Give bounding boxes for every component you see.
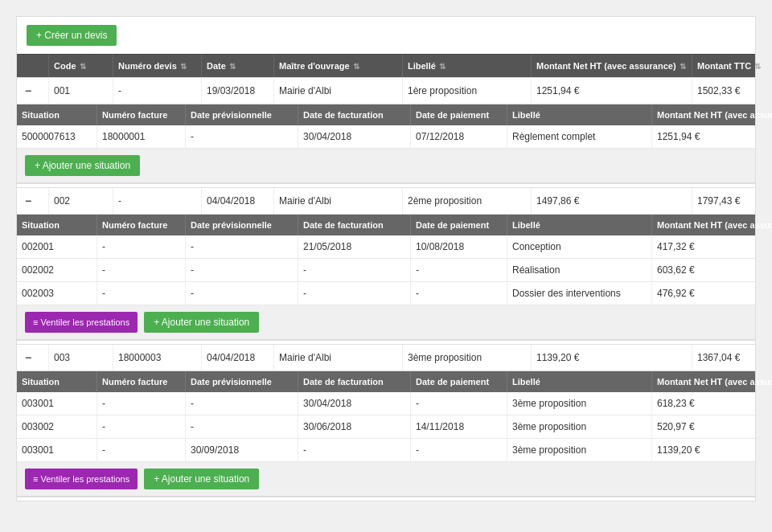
sub-row: 5000007613 18000001 - 30/04/2018 07/12/2… [17, 125, 755, 149]
header-numero-devis-label: Numéro devis [118, 61, 177, 71]
sh-situation: Situation [17, 104, 97, 125]
header-montant-ht-label: Montant Net HT (avec assurance) [536, 61, 676, 71]
table-row: − 003 18000003 04/04/2018 Mairie d'Albi … [17, 344, 755, 371]
table-row: − 002 - 04/04/2018 Mairie d'Albi 2ème pr… [17, 187, 755, 215]
sh-date-paie: Date de paiement [411, 215, 507, 235]
sub-actions-002: ≡ Ventiler les prestations + Ajouter une… [17, 305, 755, 339]
sh-date-paie: Date de paiement [411, 371, 507, 392]
montant-ht-001: 1251,94 € [532, 78, 692, 104]
header-montant-ht[interactable]: Montant Net HT (avec assurance) ⇅ [532, 55, 692, 77]
header-maitre[interactable]: Maître d'ouvrage ⇅ [274, 55, 403, 77]
header-date[interactable]: Date ⇅ [202, 55, 274, 77]
sub-row: 003002 - - 30/06/2018 14/11/2018 3ème pr… [17, 415, 755, 439]
sr-date-fact: 30/04/2018 [298, 125, 411, 148]
maitre-003: Mairie d'Albi [274, 345, 403, 370]
sh-libelle: Libellé [507, 215, 652, 235]
montant-ttc-003: 1367,04 € [692, 345, 772, 370]
sh-date-fact: Date de facturation [298, 371, 411, 392]
table-row: − 001 - 19/03/2018 Mairie d'Albi 1ère pr… [17, 77, 755, 104]
header-code-label: Code [54, 61, 76, 71]
sub-row: 002002 - - - - Réalisation 603,62 € 724,… [17, 259, 755, 282]
date-003: 04/04/2018 [202, 345, 274, 370]
sh-numero-facture: Numéro facture [97, 215, 186, 235]
date-002: 04/04/2018 [202, 188, 274, 214]
sh-situation: Situation [17, 215, 97, 235]
sh-situation: Situation [17, 371, 97, 392]
sh-date-paie: Date de paiement [411, 104, 507, 125]
sub-header-003: Situation Numéro facture Date prévisionn… [17, 371, 755, 392]
sub-table-001: Situation Numéro facture Date prévisionn… [17, 104, 755, 184]
sub-row: 002003 - - - - Dossier des interventions… [17, 282, 755, 305]
numero-002: - [113, 188, 202, 214]
numero-001: - [113, 78, 202, 104]
sub-table-002: Situation Numéro facture Date prévisionn… [17, 215, 755, 341]
sub-header-001: Situation Numéro facture Date prévisionn… [17, 104, 755, 125]
sh-montant-ht: Montant Net HT (avec assurance) [652, 215, 772, 235]
sh-date-prev: Date prévisionnelle [186, 371, 298, 392]
header-toggle [17, 55, 49, 77]
header-montant-ttc[interactable]: Montant TTC ⇅ [692, 55, 772, 77]
sr-numero-facture: 18000001 [97, 125, 186, 148]
toggle-button-002[interactable]: − [22, 194, 35, 207]
section-003: − 003 18000003 04/04/2018 Mairie d'Albi … [17, 344, 755, 497]
sort-icon-montant-ttc[interactable]: ⇅ [754, 62, 761, 71]
sub-table-003: Situation Numéro facture Date prévisionn… [17, 371, 755, 497]
maitre-001: Mairie d'Albi [274, 78, 403, 104]
numero-003: 18000003 [113, 345, 202, 370]
sort-icon-code[interactable]: ⇅ [80, 62, 86, 71]
libelle-001: 1ère proposition [403, 78, 532, 104]
sr-date-paie: 07/12/2018 [411, 125, 507, 148]
header-code[interactable]: Code ⇅ [49, 55, 113, 77]
sub-row: 003001 - 30/09/2018 - - 3ème proposition… [17, 439, 755, 462]
sh-numero-facture: Numéro facture [97, 104, 186, 125]
main-table-header: Code ⇅ Numéro devis ⇅ Date ⇅ Maître d'ou… [17, 54, 755, 77]
sub-header-002: Situation Numéro facture Date prévisionn… [17, 215, 755, 235]
sort-icon-date[interactable]: ⇅ [229, 62, 236, 71]
header-libelle-label: Libellé [408, 61, 436, 71]
date-001: 19/03/2018 [202, 78, 274, 104]
sh-montant-ht: Montant Net HT (avec assurance) [652, 104, 772, 125]
maitre-002: Mairie d'Albi [274, 188, 403, 214]
section-002: − 002 - 04/04/2018 Mairie d'Albi 2ème pr… [17, 187, 755, 341]
sort-icon-numero[interactable]: ⇅ [180, 62, 187, 71]
sh-montant-ht: Montant Net HT (avec assurance) [652, 371, 772, 392]
libelle-002: 2ème proposition [403, 188, 532, 214]
sort-icon-montant-ht[interactable]: ⇅ [680, 62, 686, 71]
sr-date-prev: - [186, 125, 298, 148]
toggle-button-001[interactable]: − [22, 84, 35, 97]
sh-date-fact: Date de facturation [298, 104, 411, 125]
section-001: − 001 - 19/03/2018 Mairie d'Albi 1ère pr… [17, 77, 755, 184]
code-001: 001 [49, 78, 113, 104]
header-montant-ttc-label: Montant TTC [697, 61, 751, 71]
sh-date-prev: Date prévisionnelle [186, 104, 298, 125]
toggle-col-002[interactable]: − [17, 188, 49, 214]
toggle-col-003[interactable]: − [17, 345, 49, 370]
sh-numero-facture: Numéro facture [97, 371, 186, 392]
montant-ht-003: 1139,20 € [532, 345, 692, 370]
ajouter-situation-button-003[interactable]: + Ajouter une situation [144, 469, 259, 489]
sub-row: 002001 - - 21/05/2018 10/08/2018 Concept… [17, 235, 755, 259]
montant-ttc-001: 1502,33 € [692, 78, 772, 104]
ventiler-button-003[interactable]: ≡ Ventiler les prestations [25, 469, 138, 489]
code-003: 003 [49, 345, 113, 370]
sort-icon-maitre[interactable]: ⇅ [353, 62, 359, 71]
header-numero-devis[interactable]: Numéro devis ⇅ [113, 55, 202, 77]
header-libelle[interactable]: Libellé ⇅ [403, 55, 532, 77]
sub-actions-003: ≡ Ventiler les prestations + Ajouter une… [17, 462, 755, 496]
sort-icon-libelle[interactable]: ⇅ [439, 62, 446, 71]
toggle-button-003[interactable]: − [22, 351, 35, 364]
sh-date-fact: Date de facturation [298, 215, 411, 235]
toolbar: + Créer un devis [17, 17, 755, 54]
ajouter-situation-button-002[interactable]: + Ajouter une situation [144, 312, 259, 333]
create-devis-button[interactable]: + Créer un devis [27, 25, 117, 46]
sr-libelle: Règlement complet [507, 125, 652, 148]
toggle-col-001[interactable]: − [17, 78, 49, 104]
ventiler-button-002[interactable]: ≡ Ventiler les prestations [25, 312, 138, 333]
sr-montant-ht: 1251,94 € [652, 125, 772, 148]
sh-libelle: Libellé [507, 104, 652, 125]
code-002: 002 [49, 188, 113, 214]
libelle-003: 3ème proposition [403, 345, 532, 370]
sub-row: 003001 - - 30/04/2018 - 3ème proposition… [17, 392, 755, 415]
sr-situation: 5000007613 [17, 125, 97, 148]
ajouter-situation-button-001[interactable]: + Ajouter une situation [25, 155, 140, 176]
